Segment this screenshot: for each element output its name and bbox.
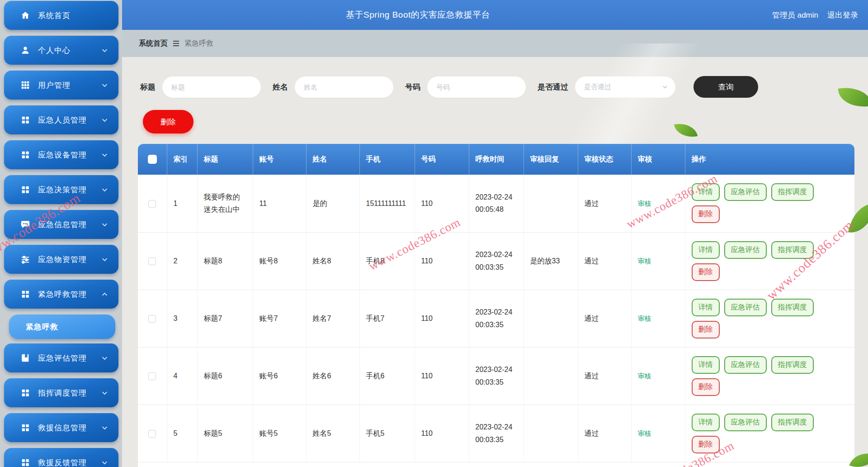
sidebar-item-label: 指挥调度管理	[38, 388, 101, 398]
delete-row-button[interactable]: 删除	[692, 205, 720, 223]
row-actions: 详情 应急评估 指挥调度 删除	[692, 299, 842, 338]
delete-row-button[interactable]: 删除	[692, 321, 720, 338]
filter-title-label: 标题	[140, 82, 156, 92]
row-actions: 详情 应急评估 指挥调度 删除	[692, 356, 842, 396]
cell-audit-status: 通过	[578, 347, 631, 405]
table-row: 2 标题8 账号8 姓名8 手机8 110 2023-02-24 00:03:3…	[138, 232, 854, 290]
row-actions: 详情 应急评估 指挥调度 删除	[692, 183, 842, 223]
delete-row-button[interactable]: 删除	[692, 436, 720, 453]
filter-pass: 是否通过 是否通过	[538, 76, 675, 98]
emergency-assess-button[interactable]: 应急评估	[724, 414, 767, 431]
detail-button[interactable]: 详情	[692, 241, 720, 259]
cell-audit-status: 通过	[578, 290, 631, 347]
sidebar-item[interactable]: 个人中心	[4, 36, 118, 65]
sidebar-item[interactable]: 系统首页	[4, 1, 118, 30]
emergency-assess-button[interactable]: 应急评估	[724, 183, 767, 201]
chevron-down-icon	[101, 82, 108, 89]
filter-title: 标题	[140, 76, 261, 98]
command-dispatch-button[interactable]: 指挥调度	[771, 183, 814, 201]
sidebar-item-icon	[20, 115, 30, 125]
detail-button[interactable]: 详情	[692, 299, 720, 316]
detail-button[interactable]: 详情	[692, 183, 720, 201]
sidebar-item[interactable]: 应急人员管理	[4, 105, 118, 134]
command-dispatch-button[interactable]: 指挥调度	[771, 241, 814, 259]
row-checkbox[interactable]	[148, 200, 156, 208]
cell-index: 2	[167, 232, 197, 290]
sidebar-item-label: 应急信息管理	[38, 219, 101, 230]
delete-row-button[interactable]: 删除	[692, 263, 720, 281]
cell-title: 标题8	[197, 232, 253, 290]
cell-number: 110	[415, 175, 469, 232]
cell-phone: 手机8	[359, 232, 415, 290]
delete-row-button[interactable]: 删除	[692, 378, 720, 396]
select-all-checkbox[interactable]	[148, 155, 157, 164]
sidebar-item[interactable]: 救援反馈管理	[4, 448, 118, 467]
sidebar-item[interactable]: 紧急呼救管理	[4, 280, 118, 309]
sidebar-item-icon	[20, 10, 30, 20]
cell-name: 是的	[306, 175, 359, 232]
title-input[interactable]	[162, 76, 261, 98]
sidebar-item-icon	[20, 185, 30, 195]
sidebar-item-label: 用户管理	[38, 80, 101, 91]
cell-phone: 手机6	[359, 347, 415, 405]
detail-button[interactable]: 详情	[692, 356, 720, 374]
cell-audit-reply	[524, 175, 578, 232]
row-checkbox[interactable]	[148, 257, 156, 265]
cell-audit: 审核	[631, 347, 685, 405]
sidebar-item[interactable]: 指挥调度管理	[4, 378, 118, 407]
row-checkbox-cell	[138, 232, 167, 290]
cell-number: 110	[415, 405, 469, 462]
command-dispatch-button[interactable]: 指挥调度	[771, 356, 814, 374]
sidebar-item[interactable]: 应急决策管理	[4, 175, 118, 204]
cell-audit-reply: 是的放33	[524, 232, 578, 290]
filter-bar: 标题 姓名 号码 是否通过 是否通过 查询	[122, 57, 868, 98]
cell-audit-reply	[524, 290, 578, 347]
filter-number: 号码	[405, 76, 526, 98]
emergency-assess-button[interactable]: 应急评估	[724, 241, 767, 259]
table-body: 1 我要呼救的迷失在山中 11 是的 15111111111 110 2023-…	[138, 175, 854, 462]
sidebar-item-icon	[20, 457, 30, 467]
logout-link[interactable]: 退出登录	[827, 10, 858, 20]
sidebar-item[interactable]: 应急信息管理	[4, 210, 118, 239]
command-dispatch-button[interactable]: 指挥调度	[771, 299, 814, 316]
sidebar-item[interactable]: 应急评估管理	[4, 343, 118, 372]
audit-link[interactable]: 审核	[638, 257, 651, 265]
filter-pass-label: 是否通过	[538, 82, 568, 92]
breadcrumb-home[interactable]: 系统首页	[139, 39, 168, 48]
sidebar-item[interactable]: 应急设备管理	[4, 140, 118, 169]
search-button[interactable]: 查询	[693, 76, 758, 98]
delete-selected-button[interactable]: 删除	[143, 110, 193, 133]
name-input[interactable]	[295, 76, 393, 98]
sidebar-item-label: 系统首页	[38, 10, 101, 21]
detail-button[interactable]: 详情	[692, 414, 720, 431]
chevron-down-icon	[101, 256, 108, 263]
sidebar-item[interactable]: 应急物资管理	[4, 245, 118, 274]
call-table-container: 索引 标题 账号 姓名 手机 号码 呼救时间 审核回复 审核状态 审核 操作	[138, 144, 854, 467]
row-checkbox[interactable]	[148, 315, 156, 323]
sidebar-item-icon	[20, 289, 30, 299]
chevron-down-icon	[101, 221, 108, 228]
audit-link[interactable]: 审核	[638, 315, 651, 322]
command-dispatch-button[interactable]: 指挥调度	[771, 414, 814, 431]
cell-operations: 详情 应急评估 指挥调度 删除	[685, 290, 854, 347]
emergency-assess-button[interactable]: 应急评估	[724, 356, 767, 374]
audit-link[interactable]: 审核	[638, 372, 651, 380]
cell-number: 110	[415, 232, 469, 290]
sidebar-item[interactable]: 救援信息管理	[4, 413, 118, 442]
sidebar-subitem[interactable]: 紧急呼救	[9, 315, 115, 339]
audit-link[interactable]: 审核	[638, 200, 651, 207]
cell-operations: 详情 应急评估 指挥调度 删除	[685, 175, 854, 232]
audit-link[interactable]: 审核	[638, 429, 651, 437]
row-checkbox-cell	[138, 290, 167, 347]
pass-select[interactable]: 是否通过	[575, 76, 675, 98]
row-checkbox[interactable]	[148, 430, 156, 438]
cell-name: 姓名8	[306, 232, 359, 290]
number-input[interactable]	[427, 76, 526, 98]
emergency-assess-button[interactable]: 应急评估	[724, 299, 767, 316]
cell-call-time: 2023-02-24 00:03:35	[469, 290, 524, 347]
current-user-label: 管理员 admin	[772, 10, 818, 20]
sidebar-item[interactable]: 用户管理	[4, 71, 118, 100]
row-checkbox[interactable]	[148, 372, 156, 380]
column-header: 号码	[415, 144, 469, 175]
cell-name: 姓名6	[306, 347, 359, 405]
